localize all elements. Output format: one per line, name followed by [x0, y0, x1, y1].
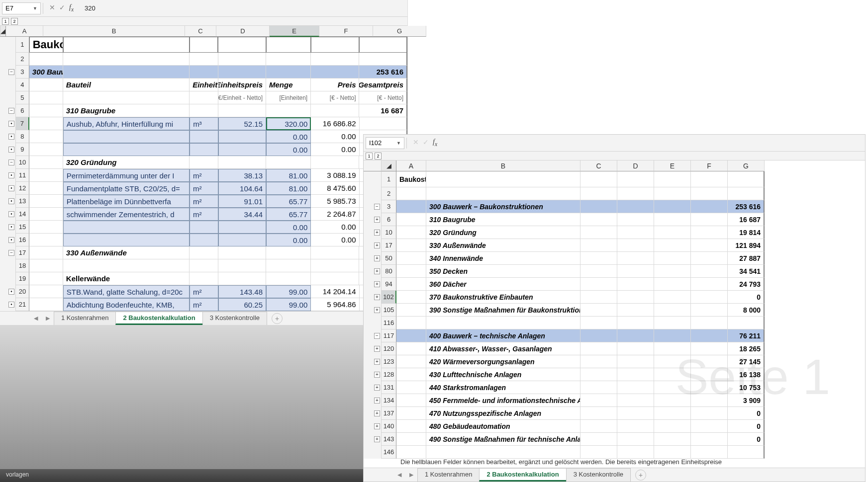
item-qty[interactable]: 0.00 — [266, 221, 311, 234]
outline-toggle[interactable]: • — [8, 185, 14, 191]
cell[interactable] — [691, 213, 728, 226]
cell[interactable] — [218, 53, 266, 66]
cell[interactable] — [691, 433, 728, 446]
row-header[interactable]: 2 — [16, 53, 29, 66]
cell[interactable] — [654, 171, 691, 187]
cell[interactable] — [190, 37, 218, 53]
row-header[interactable]: 143 — [382, 433, 396, 446]
cell[interactable] — [580, 278, 617, 291]
cell[interactable] — [617, 226, 654, 239]
cell[interactable]: Einheit — [190, 79, 218, 91]
name-box-right[interactable]: I102 ▼ — [366, 137, 404, 149]
outline-level-1[interactable]: 1 — [366, 153, 373, 160]
sheet-tab[interactable]: 3 Kostenkontrolle — [202, 312, 267, 325]
cell[interactable] — [691, 171, 728, 187]
item-name[interactable]: Plattenbeläge im Dünnbettverfa — [63, 195, 190, 208]
row-header[interactable]: 17 — [382, 239, 396, 252]
outline-level-2[interactable]: 2 — [375, 153, 382, 160]
cell[interactable] — [426, 187, 580, 200]
cell[interactable] — [218, 246, 266, 259]
outline-toggle[interactable]: • — [8, 289, 14, 295]
cell[interactable] — [617, 420, 654, 433]
cell[interactable] — [580, 394, 617, 407]
outline-toggle[interactable]: + — [374, 436, 380, 442]
cell[interactable] — [617, 407, 654, 420]
cell[interactable] — [190, 246, 218, 259]
cell[interactable] — [396, 342, 426, 355]
group-label[interactable]: 390 Sonstige Maßnahmen für Baukonstrukti… — [426, 304, 580, 317]
outline-toggle[interactable]: • — [8, 172, 14, 178]
cell[interactable] — [190, 104, 218, 117]
row-header[interactable]: 146 — [382, 446, 396, 459]
row-header[interactable]: 12 — [16, 182, 29, 195]
row-header[interactable]: 10 — [16, 156, 29, 169]
sheet-tab[interactable]: 1 Kostenrahmen — [417, 468, 480, 482]
row-header[interactable]: 131 — [382, 381, 396, 394]
cell[interactable] — [396, 394, 426, 407]
col-header-A[interactable]: A — [396, 161, 426, 171]
cell[interactable] — [29, 285, 63, 298]
cell[interactable] — [396, 381, 426, 394]
cell[interactable] — [617, 394, 654, 407]
cell[interactable] — [426, 171, 580, 187]
outline-toggle[interactable]: + — [374, 281, 380, 287]
cell[interactable] — [29, 234, 63, 246]
row-header[interactable]: 105 — [382, 304, 396, 317]
item-qty[interactable]: 0.00 — [266, 143, 311, 156]
item-unitprice[interactable]: 60.25 — [218, 298, 266, 311]
cell[interactable] — [654, 433, 691, 446]
cell[interactable] — [29, 91, 63, 104]
group-total[interactable]: 19 814 — [728, 226, 765, 239]
outline-toggle[interactable]: • — [8, 121, 14, 127]
cell[interactable] — [691, 252, 728, 265]
cell[interactable] — [218, 66, 266, 79]
row-header[interactable]: 13 — [16, 195, 29, 208]
group-total[interactable]: 0 — [728, 291, 765, 304]
group-label[interactable]: 360 Dächer — [426, 278, 580, 291]
section-header[interactable]: 300 Bauwerk – Baukonstruktionen — [426, 200, 580, 213]
item-unitprice[interactable] — [218, 221, 266, 234]
outline-toggle[interactable]: • — [8, 134, 14, 140]
cell[interactable] — [617, 252, 654, 265]
group-label[interactable]: 310 Baugrube — [426, 213, 580, 226]
group-total[interactable]: 16 687 — [728, 213, 765, 226]
row-header[interactable]: 4 — [16, 79, 29, 91]
cell[interactable] — [218, 272, 266, 285]
col-header-B[interactable]: B — [426, 161, 580, 171]
cell[interactable]: [€ - Netto] — [311, 91, 359, 104]
item-unitprice[interactable]: 91.01 — [218, 195, 266, 208]
outline-toggle[interactable]: − — [8, 250, 14, 256]
group-label[interactable]: 420 Wärmeversorgungsanlagen — [426, 355, 580, 368]
group-total[interactable]: 0 — [728, 433, 765, 446]
group-label[interactable]: 430 Lufttechnische Anlagen — [426, 368, 580, 381]
cell[interactable] — [654, 329, 691, 342]
group-label[interactable]: 410 Abwasser-, Wasser-, Gasanlagen — [426, 342, 580, 355]
cell[interactable] — [617, 433, 654, 446]
cell[interactable] — [29, 298, 63, 311]
row-header[interactable]: 3 — [382, 200, 396, 213]
cell[interactable] — [190, 53, 218, 66]
cell[interactable] — [311, 259, 359, 272]
select-all-corner[interactable]: ◢ — [382, 161, 396, 171]
cell[interactable] — [580, 239, 617, 252]
cell[interactable] — [580, 226, 617, 239]
outline-toggle[interactable]: − — [374, 204, 380, 210]
row-header[interactable]: 8 — [16, 130, 29, 143]
row-header[interactable]: 102 — [382, 291, 396, 304]
row-header[interactable]: 9 — [16, 143, 29, 156]
row-header[interactable]: 134 — [382, 394, 396, 407]
cell[interactable] — [396, 213, 426, 226]
item-unitprice[interactable]: 38.13 — [218, 169, 266, 182]
item-name[interactable] — [63, 221, 190, 234]
item-unit[interactable]: m² — [190, 298, 218, 311]
cell[interactable] — [311, 66, 359, 79]
cell[interactable] — [580, 304, 617, 317]
item-unit[interactable]: m² — [190, 285, 218, 298]
cell[interactable] — [190, 66, 218, 79]
cell[interactable] — [311, 104, 359, 117]
cell[interactable] — [29, 117, 63, 130]
cell[interactable] — [29, 195, 63, 208]
section-header[interactable]: 300 Bauwerk – Baukonstruktionen — [29, 66, 63, 79]
outline-toggle[interactable]: • — [8, 198, 14, 204]
cell[interactable] — [654, 213, 691, 226]
